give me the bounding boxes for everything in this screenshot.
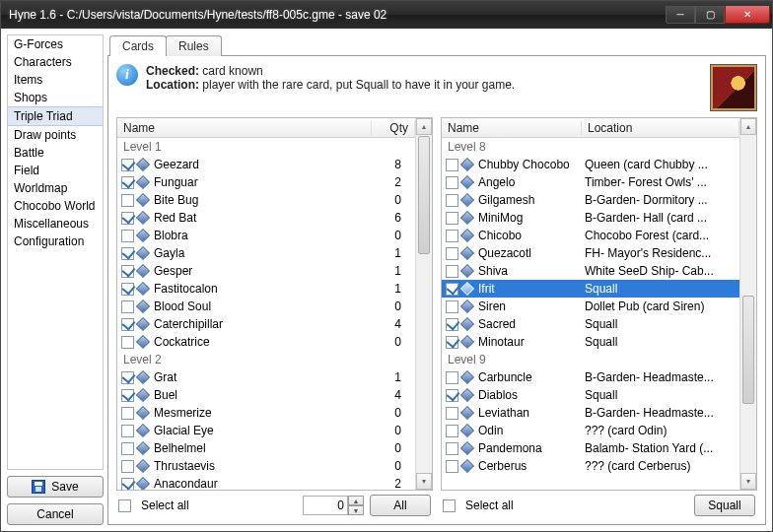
card-checkbox[interactable] (446, 460, 458, 473)
card-checkbox[interactable] (446, 407, 458, 420)
card-checkbox[interactable] (446, 159, 458, 171)
card-row[interactable]: Geezard8 (117, 156, 415, 173)
col-name[interactable]: Name (117, 121, 372, 135)
card-row[interactable]: Fastitocalon1 (117, 280, 415, 298)
card-row[interactable]: Red Bat6 (117, 209, 415, 227)
save-button[interactable]: Save (7, 476, 104, 498)
card-row[interactable]: Funguar2 (117, 173, 415, 191)
sidebar-item-triple-triad[interactable]: Triple Triad (8, 106, 103, 126)
right-card-list[interactable]: Level 8Chubby ChocoboQueen (card Chubby … (442, 138, 739, 475)
card-row[interactable]: Grat1 (117, 368, 415, 386)
sidebar-item-g-forces[interactable]: G-Forces (8, 35, 103, 53)
card-checkbox[interactable] (446, 318, 458, 331)
card-row[interactable]: Thrustaevis0 (117, 457, 415, 475)
sidebar-item-configuration[interactable]: Configuration (8, 233, 103, 250)
card-checkbox[interactable] (121, 247, 134, 260)
card-checkbox[interactable] (121, 478, 134, 491)
sidebar-item-shops[interactable]: Shops (8, 89, 103, 106)
qty-down[interactable]: ▼ (348, 505, 364, 515)
right-select-all-checkbox[interactable] (443, 499, 456, 512)
sidebar-item-worldmap[interactable]: Worldmap (8, 179, 103, 197)
close-button[interactable]: ✕ (725, 6, 770, 24)
card-checkbox[interactable] (446, 442, 458, 455)
sidebar-item-items[interactable]: Items (8, 71, 103, 89)
card-row[interactable]: Mesmerize0 (117, 404, 415, 422)
card-checkbox[interactable] (121, 371, 134, 384)
card-row[interactable]: AngeloTimber- Forest Owls' ... (442, 173, 739, 191)
card-checkbox[interactable] (121, 460, 134, 473)
card-row[interactable]: GilgameshB-Garden- Dormitory ... (442, 191, 739, 209)
card-checkbox[interactable] (121, 300, 134, 313)
card-checkbox[interactable] (121, 159, 134, 171)
card-checkbox[interactable] (446, 247, 458, 260)
col-name[interactable]: Name (442, 121, 582, 135)
card-row[interactable]: Bite Bug0 (117, 191, 415, 209)
card-row[interactable]: IfritSquall (442, 280, 739, 298)
sidebar-item-battle[interactable]: Battle (8, 144, 103, 162)
card-checkbox[interactable] (121, 318, 134, 331)
sidebar-item-chocobo-world[interactable]: Chocobo World (8, 197, 103, 215)
col-location[interactable]: Location (582, 121, 739, 135)
cancel-button[interactable]: Cancel (7, 503, 104, 525)
card-row[interactable]: Odin??? (card Odin) (442, 422, 739, 439)
card-checkbox[interactable] (121, 389, 134, 402)
card-row[interactable]: Blobra0 (117, 227, 415, 244)
card-checkbox[interactable] (446, 300, 458, 313)
left-card-list[interactable]: Level 1Geezard8Funguar2Bite Bug0Red Bat6… (117, 138, 415, 490)
card-checkbox[interactable] (121, 407, 134, 420)
card-row[interactable]: Gayla1 (117, 244, 415, 262)
card-checkbox[interactable] (121, 425, 134, 437)
card-checkbox[interactable] (446, 212, 458, 225)
card-row[interactable]: Buel4 (117, 386, 415, 404)
card-row[interactable]: PandemonaBalamb- Station Yard (... (442, 439, 739, 457)
card-checkbox[interactable] (121, 442, 134, 455)
card-checkbox[interactable] (446, 230, 458, 242)
card-row[interactable]: ChicoboChocobo Forest (card... (442, 227, 739, 244)
card-thumbnail[interactable] (710, 64, 757, 111)
right-scrollbar[interactable]: ▴ ▾ (739, 118, 756, 490)
qty-up[interactable]: ▲ (348, 496, 364, 505)
card-row[interactable]: QuezacotlFH- Mayor's Residenc... (442, 244, 739, 262)
squall-button[interactable]: Squall (694, 495, 755, 516)
card-row[interactable]: CarbuncleB-Garden- Headmaste... (442, 368, 739, 386)
card-checkbox[interactable] (446, 283, 458, 296)
card-checkbox[interactable] (121, 283, 134, 296)
col-qty[interactable]: Qty (372, 121, 415, 135)
card-row[interactable]: LeviathanB-Garden- Headmaste... (442, 404, 739, 422)
card-row[interactable]: Glacial Eye0 (117, 422, 415, 439)
qty-spinner[interactable]: ▲ ▼ (303, 496, 364, 515)
card-row[interactable]: MiniMogB-Garden- Hall (card ... (442, 209, 739, 227)
qty-input[interactable] (303, 496, 348, 515)
left-select-all-checkbox[interactable] (118, 499, 131, 512)
card-row[interactable]: Caterchipillar4 (117, 315, 415, 333)
sidebar-item-field[interactable]: Field (8, 162, 103, 179)
card-checkbox[interactable] (446, 389, 458, 402)
card-checkbox[interactable] (446, 371, 458, 384)
maximize-button[interactable]: ▢ (695, 6, 725, 24)
card-row[interactable]: Chubby ChocoboQueen (card Chubby ... (442, 156, 739, 173)
card-checkbox[interactable] (121, 176, 134, 189)
card-row[interactable]: Gesper1 (117, 262, 415, 280)
card-row[interactable]: Cerberus??? (card Cerberus) (442, 457, 739, 475)
card-row[interactable]: ShivaWhite SeeD Ship- Cab... (442, 262, 739, 280)
right-header[interactable]: Name Location (442, 118, 739, 138)
left-header[interactable]: Name Qty (117, 118, 415, 138)
sidebar-item-draw-points[interactable]: Draw points (8, 126, 103, 144)
tab-cards[interactable]: Cards (109, 35, 167, 56)
card-row[interactable]: Anacondaur2 (117, 475, 415, 490)
card-checkbox[interactable] (121, 194, 134, 207)
card-checkbox[interactable] (446, 425, 458, 437)
card-checkbox[interactable] (121, 265, 134, 278)
card-row[interactable]: SacredSquall (442, 315, 739, 333)
card-checkbox[interactable] (446, 336, 458, 349)
card-row[interactable]: Blood Soul0 (117, 298, 415, 315)
card-checkbox[interactable] (121, 212, 134, 225)
card-row[interactable]: MinotaurSquall (442, 333, 739, 351)
card-checkbox[interactable] (446, 194, 458, 207)
sidebar-item-characters[interactable]: Characters (8, 53, 103, 71)
card-row[interactable]: DiablosSquall (442, 386, 739, 404)
sidebar-item-miscellaneous[interactable]: Miscellaneous (8, 215, 103, 233)
card-row[interactable]: SirenDollet Pub (card Siren) (442, 298, 739, 315)
card-checkbox[interactable] (121, 336, 134, 349)
card-checkbox[interactable] (446, 265, 458, 278)
